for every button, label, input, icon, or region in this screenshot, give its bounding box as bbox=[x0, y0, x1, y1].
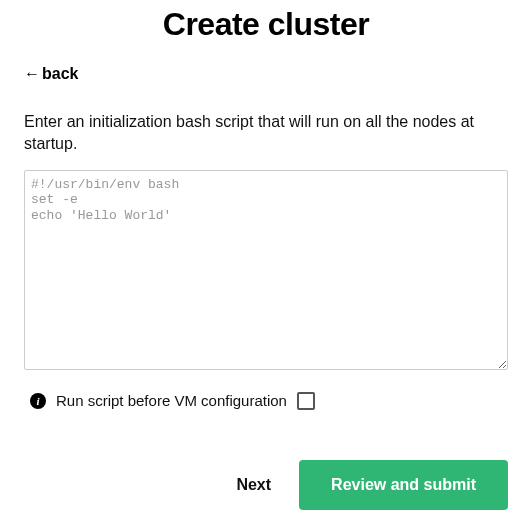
back-label: back bbox=[42, 65, 78, 83]
next-button[interactable]: Next bbox=[236, 476, 271, 494]
script-description: Enter an initialization bash script that… bbox=[24, 111, 508, 156]
back-link[interactable]: ← back bbox=[24, 65, 78, 83]
review-submit-button[interactable]: Review and submit bbox=[299, 460, 508, 510]
arrow-left-icon: ← bbox=[24, 66, 40, 82]
info-icon: i bbox=[30, 393, 46, 409]
run-before-checkbox[interactable] bbox=[297, 392, 315, 410]
init-script-input[interactable] bbox=[24, 170, 508, 370]
page-title: Create cluster bbox=[24, 6, 508, 43]
run-before-label: Run script before VM configuration bbox=[56, 392, 287, 409]
run-before-row: i Run script before VM configuration bbox=[30, 392, 508, 410]
button-row: Next Review and submit bbox=[24, 460, 508, 510]
